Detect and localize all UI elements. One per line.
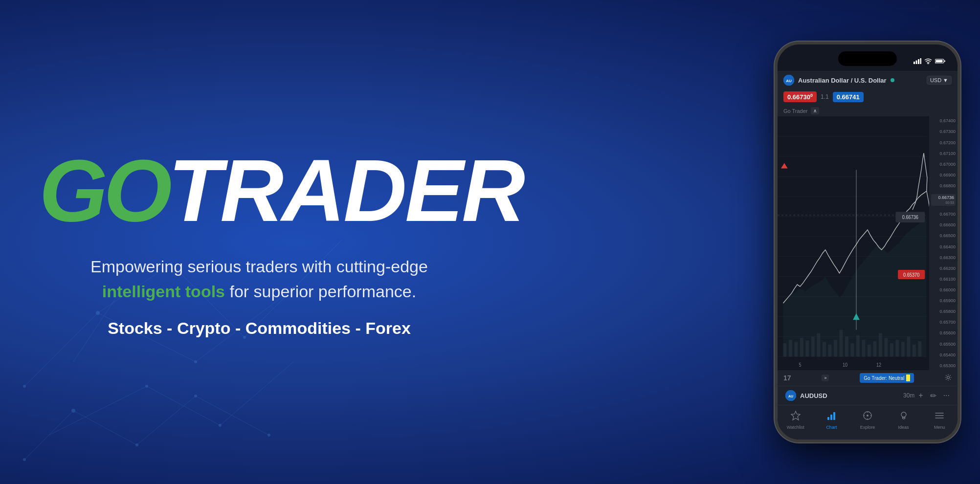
logo-trader: TRADER [168,147,523,235]
menu-icon [934,410,945,423]
instruments-text: Stocks - Crypto - Commodities - Forex [39,319,479,338]
price-level-20: 0.65500 [931,342,956,347]
svg-point-17 [194,360,197,363]
svg-text:12: 12 [876,362,882,368]
tv-logo-area: 17 [783,374,791,382]
svg-rect-36 [944,60,945,62]
settings-icon-area[interactable] [945,374,952,382]
dynamic-island [838,51,897,66]
signal-icon [913,58,921,66]
chart-bottom-bar: 17 » Go Trader: Neutral [778,370,958,386]
price-level-2: 0.67300 [931,129,956,134]
pen-icon[interactable]: ✏ [930,391,936,400]
svg-point-28 [23,458,26,461]
chart-area: 0.66736 0.65370 5 10 12 0.67400 0.67300 … [778,116,958,370]
price-level-4: 0.67100 [931,151,956,156]
price-level-6: 0.66900 [931,173,956,177]
price-bid: 0.667300 [783,91,817,102]
price-level-1: 0.67400 [931,118,956,123]
price-level-7: 0.66800 [931,183,956,188]
nav-watchlist-label: Watchlist [787,425,804,430]
currency-text: USD [930,77,941,83]
nav-chart[interactable]: Chart [818,410,845,430]
price-level-12: 0.66300 [931,255,956,260]
toolbar-icons: + ✏ ··· [918,391,950,400]
spread-value: 1.1 [821,93,829,100]
svg-rect-29 [913,62,915,64]
pair-symbol: AUDUSD [800,392,899,399]
price-level-15: 0.66000 [931,287,956,292]
signal-indicator [906,374,910,381]
svg-point-26 [267,434,270,437]
tagline-prefix: Empowering serious traders with cutting-… [90,257,428,276]
currency-arrow: ▼ [943,77,948,83]
price-level-5: 0.67000 [931,162,956,167]
pair-toolbar: AU AUDUSD 30m + ✏ ··· [778,386,958,405]
price-level-19: 0.65600 [931,330,956,335]
app-nav: Watchlist Chart Explore [778,405,958,440]
watchlist-icon [790,410,801,423]
app-header: AU Australian Dollar / U.S. Dollar USD ▼ [778,71,958,89]
nav-explore-label: Explore [860,425,875,430]
ideas-icon [898,410,909,423]
pair-icon: AU [783,75,794,86]
timeframe: 30m [903,392,914,399]
price-level-17: 0.65800 [931,309,956,314]
tv-logo: 17 [783,374,791,382]
svg-text:AU: AU [786,79,792,83]
price-level-8: 0.66700 [931,212,956,217]
svg-rect-32 [920,58,922,64]
phone-mockup-container: 11:29 AU [765,0,970,484]
go-trader-signal: Go Trader: Neutral [860,373,914,383]
chart-icon [826,410,837,423]
svg-line-7 [147,386,220,425]
more-icon[interactable]: ··· [943,391,950,400]
price-row: 0.667300 1.1 0.66741 [778,89,958,105]
pair-toolbar-icon: AU [785,390,796,401]
svg-point-21 [145,385,148,388]
nav-menu[interactable]: Menu [926,410,953,430]
price-level-10: 0.66500 [931,233,956,238]
svg-text:5: 5 [799,362,801,368]
go-trader-label: Go Trader [783,108,808,114]
nav-chart-label: Chart [826,425,837,430]
svg-line-13 [196,396,269,435]
nav-ideas[interactable]: Ideas [890,410,917,430]
svg-point-15 [23,385,26,388]
logo-go: GO [39,147,168,235]
battery-icon [935,58,946,66]
svg-point-22 [219,424,222,427]
svg-rect-31 [918,59,919,64]
pair-name: Australian Dollar / U.S. Dollar [798,77,887,84]
nav-ideas-label: Ideas [898,425,909,430]
price-level-14: 0.66100 [931,277,956,282]
nav-watchlist[interactable]: Watchlist [782,410,809,430]
svg-text:0.65370: 0.65370 [903,272,920,278]
svg-rect-30 [916,60,917,64]
pair-info: AU Australian Dollar / U.S. Dollar [783,75,927,86]
price-level-18: 0.65700 [931,320,956,325]
price-ask: 0.66741 [833,92,864,102]
wifi-icon [924,58,932,66]
nav-menu-label: Menu [934,425,945,430]
tagline-highlight: intelligent tools [102,282,225,301]
svg-point-100 [901,412,906,417]
price-level-21: 0.65400 [931,352,956,357]
svg-point-88 [947,376,949,378]
expand-btn-area[interactable]: » [822,374,829,381]
nav-explore[interactable]: Explore [854,410,881,430]
svg-text:0.66736: 0.66736 [902,215,919,220]
svg-text:AU: AU [788,395,793,398]
svg-rect-92 [830,415,832,420]
price-scale: 0.67400 0.67300 0.67200 0.67100 0.67000 … [929,116,958,370]
add-icon[interactable]: + [918,391,923,400]
expand-btn[interactable]: » [822,374,829,381]
svg-rect-35 [936,60,943,62]
svg-point-23 [71,409,75,413]
price-level-16: 0.65900 [931,298,956,303]
svg-point-95 [867,415,869,417]
svg-rect-91 [827,417,829,420]
svg-point-33 [928,64,929,64]
collapse-btn[interactable]: ∧ [811,107,819,114]
price-level-13: 0.66200 [931,266,956,271]
